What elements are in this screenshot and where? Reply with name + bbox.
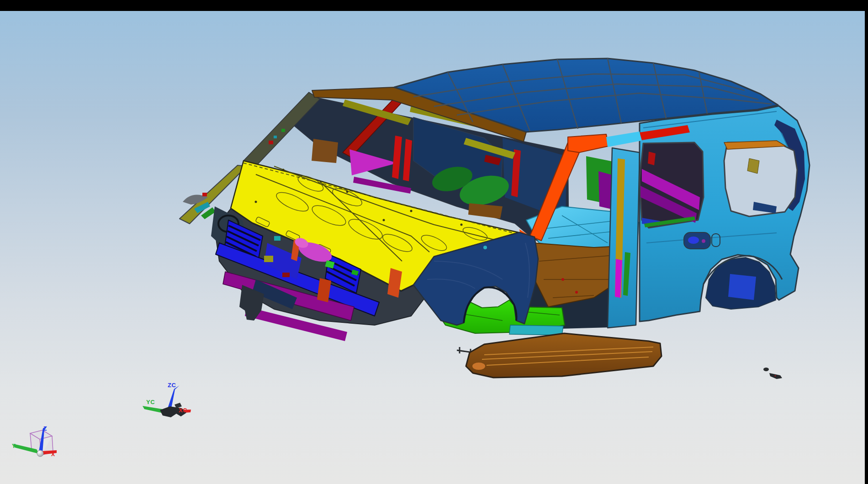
top-bar bbox=[0, 0, 868, 11]
absolute-triad[interactable] bbox=[13, 426, 57, 457]
part-running-board[interactable] bbox=[466, 333, 662, 378]
wcs-xc-label: XC bbox=[179, 407, 187, 414]
cad-graphics-viewport[interactable]: ZC YC XC Z Y X bbox=[0, 11, 865, 484]
wcs-zc-label: ZC bbox=[168, 382, 176, 389]
abs-origin-sphere[interactable] bbox=[37, 450, 43, 457]
model-scene bbox=[0, 11, 868, 484]
abs-y-label: Y bbox=[12, 443, 16, 449]
debris-fragments[interactable] bbox=[763, 368, 782, 379]
abs-z-label: Z bbox=[43, 426, 47, 432]
right-scrollbar-strip bbox=[865, 0, 868, 484]
car-body-model[interactable] bbox=[180, 58, 810, 379]
abs-x-label: X bbox=[51, 451, 55, 458]
wcs-yc-label: YC bbox=[146, 399, 155, 405]
